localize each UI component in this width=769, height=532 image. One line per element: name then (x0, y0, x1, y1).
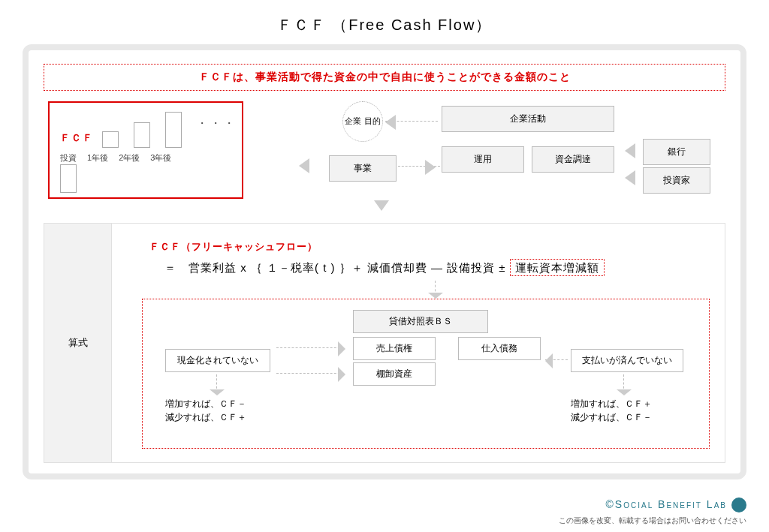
disclaimer-text: この画像を改変、転載する場合はお問い合わせください (559, 515, 746, 526)
arrow-down-icon (374, 200, 389, 211)
arrow-left-icon (625, 170, 635, 185)
working-capital-term: 運転資本増減額 (510, 259, 605, 276)
activity-box: 企業活動 (442, 106, 614, 132)
note2b: 減少すれば、ＣＦ－ (571, 410, 652, 424)
ap-cell: 仕入債務 (458, 337, 541, 360)
bar-labels: 投資 1年後 2年後 3年後 (60, 152, 171, 164)
brand-label: ©Social Benefit Lab (606, 498, 727, 510)
arrow-right-icon (425, 160, 436, 175)
label-y2: 2年後 (119, 152, 140, 164)
note-left: 増加すれば、ＣＦ－ 減少すれば、ＣＦ＋ (165, 397, 246, 424)
ellipsis: ・・・ (197, 117, 237, 143)
fcf-label: ＦＣＦ (60, 131, 94, 145)
inventory-cell: 棚卸資産 (353, 362, 436, 386)
arrow-down-icon (617, 389, 632, 395)
note2a: 増加すれば、ＣＦ＋ (571, 397, 652, 410)
purpose-circle: 企業 目的 (342, 101, 383, 142)
note1b: 減少すれば、ＣＦ＋ (165, 410, 246, 424)
fund-box: 資金調達 (532, 146, 614, 173)
arrow-down-icon (428, 293, 443, 299)
bs-header: 貸借対照表ＢＳ (353, 310, 488, 333)
formula-text: ＝ 営業利益 x ｛ １－税率( t ) ｝＋ 減価償却費 ― 設備投資 ± (164, 261, 510, 274)
arrow-right-icon (338, 367, 345, 382)
unpaid-cell: 支払いが済んでいない (571, 349, 683, 372)
arrow-right-icon (338, 341, 345, 356)
fcf-heading: ＦＣＦ（フリーキャッシュフロー） (149, 240, 318, 254)
formula-label: 算式 (44, 224, 112, 462)
formula-section: 算式 ＦＣＦ（フリーキャッシュフロー） ＝ 営業利益 x ｛ １－税率( t )… (44, 223, 725, 463)
operate-box: 運用 (442, 146, 524, 173)
bar-1 (102, 131, 119, 148)
ar-cell: 売上債権 (353, 337, 436, 360)
business-box: 事業 (329, 155, 397, 182)
bs-area: 貸借対照表ＢＳ 現金化されていない 売上債権 棚卸資産 仕入債務 支払いが済んで… (142, 299, 710, 449)
arrow-left-icon (625, 143, 635, 158)
arrow-left-icon (299, 158, 309, 173)
fcf-timeline-box: ＦＣＦ ・・・ 投資 1年後 2年後 3年後 (48, 101, 243, 199)
fcf-formula: ＝ 営業利益 x ｛ １－税率( t ) ｝＋ 減価償却費 ― 設備投資 ± 運… (164, 261, 605, 275)
note-right: 増加すれば、ＣＦ＋ 減少すれば、ＣＦ－ (571, 397, 652, 424)
investor-box: 投資家 (643, 167, 710, 194)
not-cash-cell: 現金化されていない (165, 349, 270, 372)
label-y1: 1年後 (87, 152, 108, 164)
dash-line (276, 347, 344, 348)
label-invest: 投資 (60, 152, 77, 164)
bar-3 (165, 112, 182, 148)
page-title: ＦＣＦ （Free Cash Flow） (0, 0, 769, 44)
note1a: 増加すれば、ＣＦ－ (165, 397, 246, 410)
arrow-left-icon (385, 115, 396, 130)
bar-2 (134, 122, 150, 148)
footer: ©Social Benefit Lab この画像を改変、転載する場合はお問い合わ… (559, 497, 746, 526)
dash-line (276, 373, 344, 374)
bank-box: 銀行 (643, 139, 710, 165)
definition-banner: ＦＣＦは、事業活動で得た資金の中で自由に使うことができる金額のこと (44, 64, 725, 91)
arrow-left-icon (545, 353, 553, 368)
brand-logo-icon (731, 497, 746, 512)
label-y3: 3年後 (150, 152, 171, 164)
arrow-down-icon (210, 389, 225, 395)
fcf-bars: ・・・ (102, 112, 237, 148)
invest-bar (60, 164, 77, 193)
main-frame: ＦＣＦは、事業活動で得た資金の中で自由に使うことができる金額のこと ＦＣＦ ・・… (23, 44, 746, 479)
